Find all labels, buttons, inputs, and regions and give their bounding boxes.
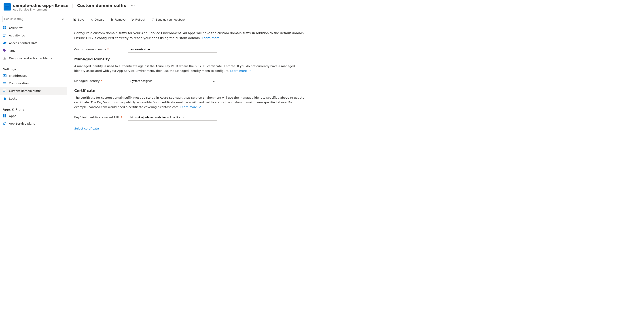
svg-rect-5: [3, 28, 4, 29]
feedback-label: Send us your feedback: [156, 18, 185, 21]
sidebar-item-configuration[interactable]: Configuration: [0, 80, 67, 87]
save-icon: [73, 18, 76, 22]
keyvault-row: Key Vault certificate secret URL *: [74, 114, 306, 120]
settings-section-header: Settings: [0, 64, 67, 72]
configuration-icon: [3, 81, 7, 85]
sidebar-item-diagnose[interactable]: Diagnose and solve problems: [0, 54, 67, 62]
sidebar-item-custom-domain-suffix[interactable]: Custom domain suffix: [0, 87, 67, 94]
sidebar-label-activity-log: Activity log: [9, 34, 25, 37]
managed-identity-select[interactable]: System assigned User assigned: [128, 78, 217, 84]
app-icon: [4, 3, 11, 10]
svg-rect-8: [3, 35, 6, 35]
sidebar-item-app-service-plans[interactable]: App Service plans: [0, 120, 67, 127]
sidebar-item-apps[interactable]: Apps: [0, 112, 67, 120]
remove-button[interactable]: 🗑 Remove: [108, 16, 128, 23]
page-header: sample-cdns-app-ilb-ase | Custom domain …: [0, 0, 644, 14]
sidebar-label-custom-domain-suffix: Custom domain suffix: [9, 89, 41, 92]
apps-plans-divider: [3, 103, 64, 103]
activity-log-icon: [3, 33, 7, 37]
certificate-section-title: Certificate: [74, 88, 306, 93]
svg-rect-21: [3, 83, 6, 84]
overview-icon: [3, 26, 7, 30]
page-content: Configure a custom domain suffix for you…: [67, 25, 313, 323]
remove-icon: 🗑: [110, 18, 113, 22]
svg-rect-0: [5, 6, 9, 6]
select-certificate-row: Select certificate: [74, 125, 306, 130]
locks-icon: [3, 96, 7, 100]
content-area: Save ✕ Discard 🗑 Remove ↻ Refresh ♡ Send…: [67, 14, 644, 323]
required-indicator-mi: *: [100, 79, 102, 82]
resource-name: sample-cdns-app-ilb-ase: [13, 3, 68, 8]
managed-identity-section-title: Managed identity: [74, 57, 306, 61]
svg-rect-26: [4, 98, 6, 100]
more-options-icon[interactable]: ···: [130, 3, 135, 8]
svg-rect-10: [3, 36, 5, 37]
sidebar-item-activity-log[interactable]: Activity log: [0, 32, 67, 39]
sidebar-item-tags[interactable]: Tags: [0, 47, 67, 54]
search-input[interactable]: [2, 16, 59, 22]
svg-rect-3: [3, 26, 4, 28]
sidebar-item-access-control[interactable]: Access control (IAM): [0, 39, 67, 47]
sidebar-label-apps: Apps: [9, 114, 16, 118]
discard-icon: ✕: [90, 18, 93, 22]
svg-point-13: [4, 50, 4, 50]
diagnose-icon: [3, 56, 7, 60]
external-link-icon-managed-identity: ↗: [248, 69, 251, 73]
managed-identity-select-wrapper: System assigned User assigned ⌄: [128, 78, 217, 84]
discard-label: Discard: [94, 18, 104, 21]
save-button[interactable]: Save: [71, 16, 87, 23]
app-service-plans-icon: [3, 122, 7, 126]
svg-rect-31: [4, 124, 5, 125]
required-indicator-kv: *: [121, 116, 122, 119]
managed-identity-row: Managed identity * System assigned User …: [74, 78, 306, 84]
custom-domain-icon: [3, 89, 7, 93]
refresh-button[interactable]: ↻ Refresh: [129, 16, 148, 23]
svg-rect-22: [3, 84, 6, 84]
svg-rect-17: [4, 75, 5, 76]
collapse-button[interactable]: «: [61, 16, 64, 22]
svg-rect-24: [3, 90, 6, 91]
svg-rect-2: [5, 8, 8, 8]
sidebar-item-locks[interactable]: Locks: [0, 94, 67, 102]
select-certificate-link[interactable]: Select certificate: [74, 127, 99, 130]
managed-identity-label: Managed identity *: [74, 79, 124, 82]
certificate-desc: The certificate for custom domain suffix…: [74, 96, 306, 110]
svg-rect-27: [3, 114, 4, 116]
external-link-icon-certificate: ↗: [198, 105, 201, 110]
sidebar-item-ip-addresses[interactable]: IP addresses: [0, 72, 67, 80]
feedback-button[interactable]: ♡ Send us your feedback: [149, 16, 188, 23]
custom-domain-input[interactable]: [128, 46, 217, 52]
refresh-icon: ↻: [131, 18, 134, 22]
svg-rect-1: [5, 7, 9, 8]
settings-divider: [3, 63, 64, 63]
save-label: Save: [78, 18, 84, 21]
sidebar-label-app-service-plans: App Service plans: [9, 122, 35, 125]
refresh-label: Refresh: [135, 18, 146, 21]
svg-rect-18: [5, 75, 5, 76]
sidebar-label-access-control: Access control (IAM): [9, 42, 38, 45]
svg-rect-28: [5, 114, 6, 116]
svg-rect-6: [5, 28, 6, 29]
svg-rect-9: [3, 36, 5, 36]
custom-domain-row: Custom domain name *: [74, 46, 306, 52]
keyvault-label: Key Vault certificate secret URL *: [74, 116, 124, 119]
resource-subtitle: App Service Environment: [13, 8, 135, 11]
heart-icon: ♡: [152, 18, 154, 22]
keyvault-input[interactable]: [128, 114, 217, 120]
svg-rect-16: [4, 75, 4, 76]
sidebar-label-overview: Overview: [9, 26, 22, 30]
sidebar: « Overview Activity log Access control (…: [0, 14, 67, 323]
svg-point-14: [4, 59, 5, 60]
learn-more-link-description[interactable]: Learn more: [202, 36, 220, 40]
svg-rect-19: [6, 75, 6, 76]
sidebar-label-diagnose: Diagnose and solve problems: [9, 56, 52, 60]
remove-label: Remove: [115, 18, 126, 21]
learn-more-link-managed-identity[interactable]: Learn more ↗: [230, 69, 251, 72]
learn-more-link-certificate[interactable]: Learn more ↗: [180, 105, 201, 109]
svg-rect-4: [5, 26, 6, 28]
apps-plans-section-header: Apps & Plans: [0, 104, 67, 112]
tags-icon: [3, 48, 7, 52]
sidebar-label-ip-addresses: IP addresses: [9, 74, 27, 78]
discard-button[interactable]: ✕ Discard: [88, 16, 107, 23]
sidebar-item-overview[interactable]: Overview: [0, 24, 67, 32]
